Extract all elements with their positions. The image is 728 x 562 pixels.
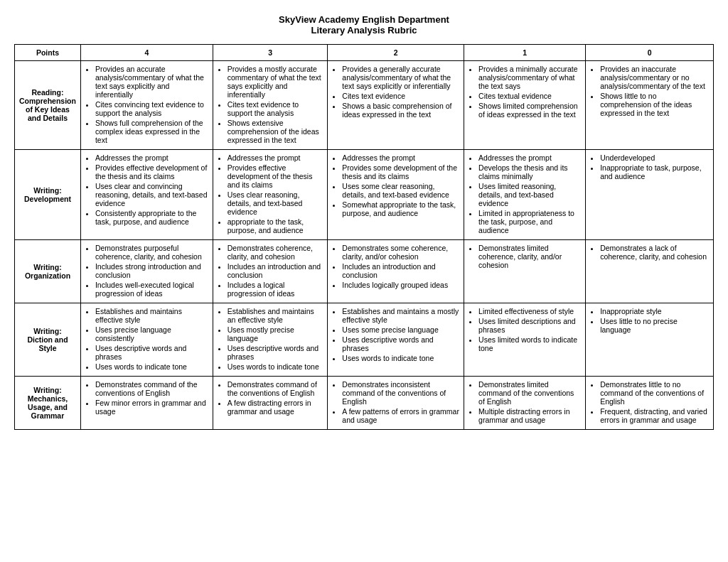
- cell-row4-score0: Demonstrates little to no command of the…: [586, 377, 714, 430]
- col-1: 1: [464, 45, 586, 61]
- list-item: Uses little to no precise language: [600, 317, 709, 334]
- cell-row4-score4: Demonstrates command of the conventions …: [80, 377, 213, 430]
- cell-row3-score2: Establishes and maintains a mostly effec…: [328, 303, 464, 377]
- list-item: Includes logically grouped ideas: [342, 281, 459, 289]
- table-row: Writing: DevelopmentAddresses the prompt…: [15, 150, 714, 240]
- cell-row3-score0: Inappropriate styleUses little to no pre…: [586, 303, 714, 377]
- cell-row1-score4: Addresses the promptProvides effective d…: [80, 150, 213, 240]
- list-item: Includes well-executed logical progressi…: [95, 281, 208, 298]
- list-item: Includes a logical progression of ideas: [228, 281, 323, 298]
- list-item: Addresses the prompt: [228, 153, 323, 162]
- list-item: Provides an inaccurate analysis/commenta…: [600, 65, 709, 90]
- cell-row0-score3: Provides a mostly accurate commentary of…: [213, 61, 328, 150]
- list-item: Uses clear and convincing reasoning, det…: [95, 182, 208, 207]
- list-item: Cites text evidence: [342, 92, 459, 100]
- list-item: Uses words to indicate tone: [228, 362, 323, 371]
- row-header-1: Writing: Development: [15, 150, 81, 240]
- row-header-2: Writing: Organization: [15, 240, 81, 303]
- table-row: Writing: OrganizationDemonstrates purpos…: [15, 240, 714, 303]
- list-item: Uses mostly precise language: [228, 325, 323, 342]
- list-item: Addresses the prompt: [478, 153, 581, 162]
- table-row: Writing: Diction and StyleEstablishes an…: [15, 303, 714, 377]
- list-item: A few distracting errors in grammar and …: [228, 399, 323, 416]
- header-row: Points 4 3 2 1 0: [15, 45, 714, 61]
- cell-row2-score2: Demonstrates some coherence, clarity, an…: [328, 240, 464, 303]
- sub-title: Literary Analysis Rubric: [14, 25, 714, 36]
- list-item: Shows full comprehension of the complex …: [95, 119, 208, 144]
- list-item: Demonstrates some coherence, clarity, an…: [342, 244, 459, 261]
- list-item: Limited in appropriateness to the task, …: [478, 209, 581, 234]
- list-item: Includes strong introduction and conclus…: [95, 262, 208, 279]
- cell-row0-score1: Provides a minimally accurate analysis/c…: [464, 61, 586, 150]
- list-item: Shows little to no comprehension of the …: [600, 92, 709, 117]
- page-title: SkyView Academy English Department Liter…: [14, 14, 714, 36]
- cell-row1-score0: UnderdevelopedInappropriate to task, pur…: [586, 150, 714, 240]
- list-item: Limited effectiveness of style: [478, 307, 581, 315]
- list-item: Includes an introduction and conclusion: [228, 262, 323, 279]
- row-header-4: Writing: Mechanics, Usage, and Grammar: [15, 377, 81, 430]
- cell-row0-score2: Provides a generally accurate analysis/c…: [328, 61, 464, 150]
- row-header-0: Reading: Comprehension of Key Ideas and …: [15, 61, 81, 150]
- cell-row2-score3: Demonstrates coherence, clarity, and coh…: [213, 240, 328, 303]
- list-item: Uses limited words to indicate tone: [478, 335, 581, 352]
- table-row: Reading: Comprehension of Key Ideas and …: [15, 61, 714, 150]
- list-item: Uses some precise language: [342, 325, 459, 334]
- col-4: 4: [80, 45, 213, 61]
- list-item: Demonstrates command of the conventions …: [228, 380, 323, 397]
- col-2: 2: [328, 45, 464, 61]
- col-0: 0: [586, 45, 714, 61]
- list-item: Demonstrates command of the conventions …: [95, 380, 208, 397]
- list-item: Multiple distracting errors in grammar a…: [478, 407, 581, 424]
- cell-row0-score4: Provides an accurate analysis/commentary…: [80, 61, 213, 150]
- list-item: Establishes and maintains effective styl…: [95, 307, 208, 324]
- list-item: Uses descriptive words and phrases: [228, 344, 323, 361]
- list-item: Uses words to indicate tone: [95, 362, 208, 371]
- cell-row3-score4: Establishes and maintains effective styl…: [80, 303, 213, 377]
- list-item: Demonstrates limited command of the conv…: [478, 380, 581, 406]
- list-item: Provides an accurate analysis/commentary…: [95, 65, 208, 99]
- row-header-3: Writing: Diction and Style: [15, 303, 81, 377]
- list-item: Somewhat appropriate to the task, purpos…: [342, 200, 459, 217]
- list-item: Uses limited descriptions and phrases: [478, 317, 581, 334]
- list-item: Develops the thesis and its claims minim…: [478, 163, 581, 180]
- list-item: Underdeveloped: [600, 153, 709, 162]
- cell-row2-score0: Demonstrates a lack of coherence, clarit…: [586, 240, 714, 303]
- cell-row4-score2: Demonstrates inconsistent command of the…: [328, 377, 464, 430]
- list-item: Provides a mostly accurate commentary of…: [228, 65, 323, 99]
- list-item: Provides some development of the thesis …: [342, 163, 459, 180]
- col-3: 3: [213, 45, 328, 61]
- table-row: Writing: Mechanics, Usage, and GrammarDe…: [15, 377, 714, 430]
- cell-row4-score1: Demonstrates limited command of the conv…: [464, 377, 586, 430]
- cell-row4-score3: Demonstrates command of the conventions …: [213, 377, 328, 430]
- list-item: Shows a basic comprehension of ideas exp…: [342, 102, 459, 119]
- list-item: Demonstrates inconsistent command of the…: [342, 380, 459, 406]
- list-item: Establishes and maintains a mostly effec…: [342, 307, 459, 324]
- list-item: Few minor errors in grammar and usage: [95, 399, 208, 416]
- list-item: Uses precise language consistently: [95, 325, 208, 342]
- list-item: Uses descriptive words and phrases: [342, 335, 459, 352]
- list-item: appropriate to the task, purpose, and au…: [228, 217, 323, 234]
- list-item: Shows limited comprehension of ideas exp…: [478, 102, 581, 119]
- list-item: Demonstrates limited coherence, clarity,…: [478, 244, 581, 269]
- cell-row1-score3: Addresses the promptProvides effective d…: [213, 150, 328, 240]
- main-title: SkyView Academy English Department: [14, 14, 714, 25]
- cell-row1-score1: Addresses the promptDevelops the thesis …: [464, 150, 586, 240]
- list-item: Uses some clear reasoning, details, and …: [342, 182, 459, 199]
- list-item: Demonstrates coherence, clarity, and coh…: [228, 244, 323, 261]
- list-item: Shows extensive comprehension of the ide…: [228, 119, 323, 144]
- list-item: Inappropriate to task, purpose, and audi…: [600, 163, 709, 180]
- list-item: Cites text evidence to support the analy…: [228, 100, 323, 117]
- list-item: Provides a minimally accurate analysis/c…: [478, 65, 581, 90]
- list-item: Inappropriate style: [600, 307, 709, 315]
- list-item: Includes an introduction and conclusion: [342, 262, 459, 279]
- cell-row0-score0: Provides an inaccurate analysis/commenta…: [586, 61, 714, 150]
- cell-row1-score2: Addresses the promptProvides some develo…: [328, 150, 464, 240]
- list-item: A few patterns of errors in grammar and …: [342, 407, 459, 424]
- list-item: Consistently appropriate to the task, pu…: [95, 209, 208, 226]
- list-item: Uses words to indicate tone: [342, 354, 459, 362]
- list-item: Frequent, distracting, and varied errors…: [600, 407, 709, 424]
- list-item: Provides a generally accurate analysis/c…: [342, 65, 459, 90]
- list-item: Demonstrates little to no command of the…: [600, 380, 709, 406]
- list-item: Uses limited reasoning, details, and tex…: [478, 182, 581, 207]
- list-item: Demonstrates purposeful coherence, clari…: [95, 244, 208, 261]
